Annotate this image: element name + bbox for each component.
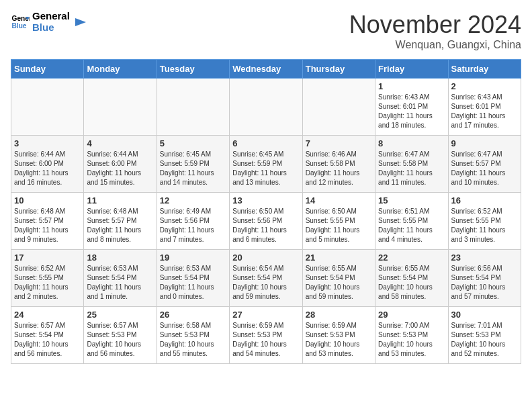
calendar-cell: 3Sunrise: 6:44 AM Sunset: 6:00 PM Daylig… [11, 136, 84, 193]
day-number: 20 [232, 253, 299, 263]
weekday-header-thursday: Thursday [302, 60, 375, 79]
calendar-cell: 18Sunrise: 6:53 AM Sunset: 5:54 PM Dayli… [84, 250, 157, 307]
day-info: Sunrise: 6:43 AM Sunset: 6:01 PM Dayligh… [378, 93, 445, 130]
day-info: Sunrise: 6:48 AM Sunset: 5:57 PM Dayligh… [14, 207, 81, 244]
day-info: Sunrise: 6:58 AM Sunset: 5:53 PM Dayligh… [160, 321, 226, 359]
day-info: Sunrise: 6:52 AM Sunset: 5:55 PM Dayligh… [14, 264, 81, 302]
day-number: 28 [306, 310, 372, 320]
week-row-1: 1Sunrise: 6:43 AM Sunset: 6:01 PM Daylig… [11, 79, 521, 136]
weekday-header-wednesday: Wednesday [230, 60, 302, 79]
calendar-cell: 21Sunrise: 6:55 AM Sunset: 5:54 PM Dayli… [302, 250, 375, 307]
calendar-cell: 9Sunrise: 6:47 AM Sunset: 5:57 PM Daylig… [448, 136, 521, 193]
day-number: 7 [306, 138, 372, 148]
day-number: 19 [160, 253, 226, 263]
calendar-cell [230, 79, 302, 136]
calendar-cell: 22Sunrise: 6:55 AM Sunset: 5:54 PM Dayli… [375, 250, 448, 307]
day-number: 4 [87, 138, 153, 148]
day-info: Sunrise: 6:59 AM Sunset: 5:53 PM Dayligh… [232, 321, 299, 359]
week-row-4: 17Sunrise: 6:52 AM Sunset: 5:55 PM Dayli… [11, 250, 521, 307]
week-row-5: 24Sunrise: 6:57 AM Sunset: 5:54 PM Dayli… [11, 307, 521, 364]
calendar-cell: 11Sunrise: 6:48 AM Sunset: 5:57 PM Dayli… [84, 193, 157, 250]
calendar-cell: 5Sunrise: 6:45 AM Sunset: 5:59 PM Daylig… [157, 136, 229, 193]
day-number: 27 [232, 310, 299, 320]
calendar-cell [157, 79, 229, 136]
day-number: 2 [451, 81, 518, 91]
calendar-cell: 29Sunrise: 7:00 AM Sunset: 5:53 PM Dayli… [375, 307, 448, 364]
day-info: Sunrise: 6:56 AM Sunset: 5:54 PM Dayligh… [451, 264, 518, 302]
day-number: 6 [232, 138, 299, 148]
calendar-cell: 25Sunrise: 6:57 AM Sunset: 5:53 PM Dayli… [84, 307, 157, 364]
day-info: Sunrise: 6:52 AM Sunset: 5:55 PM Dayligh… [451, 207, 518, 244]
title-block: November 2024 Wenquan, Guangxi, China [349, 11, 521, 51]
day-info: Sunrise: 6:55 AM Sunset: 5:54 PM Dayligh… [378, 264, 445, 302]
day-number: 25 [87, 310, 153, 320]
day-info: Sunrise: 6:47 AM Sunset: 5:57 PM Dayligh… [451, 150, 518, 187]
weekday-header-sunday: Sunday [11, 60, 84, 79]
calendar-cell: 17Sunrise: 6:52 AM Sunset: 5:55 PM Dayli… [11, 250, 84, 307]
day-number: 5 [160, 138, 226, 148]
day-info: Sunrise: 6:53 AM Sunset: 5:54 PM Dayligh… [160, 264, 226, 302]
weekday-header-tuesday: Tuesday [157, 60, 229, 79]
calendar-cell: 12Sunrise: 6:49 AM Sunset: 5:56 PM Dayli… [157, 193, 229, 250]
calendar-cell: 1Sunrise: 6:43 AM Sunset: 6:01 PM Daylig… [375, 79, 448, 136]
svg-text:Blue: Blue [12, 22, 27, 30]
day-number: 3 [14, 138, 81, 148]
day-info: Sunrise: 6:43 AM Sunset: 6:01 PM Dayligh… [451, 93, 518, 130]
day-info: Sunrise: 7:00 AM Sunset: 5:53 PM Dayligh… [378, 321, 445, 359]
calendar-cell [302, 79, 375, 136]
calendar-cell: 20Sunrise: 6:54 AM Sunset: 5:54 PM Dayli… [230, 250, 302, 307]
day-number: 24 [14, 310, 81, 320]
day-info: Sunrise: 6:50 AM Sunset: 5:56 PM Dayligh… [232, 207, 299, 244]
day-info: Sunrise: 6:46 AM Sunset: 5:58 PM Dayligh… [306, 150, 372, 187]
logo-icon: General Blue [11, 13, 30, 32]
day-number: 22 [378, 253, 445, 263]
day-number: 13 [232, 195, 299, 205]
day-info: Sunrise: 6:54 AM Sunset: 5:54 PM Dayligh… [232, 264, 299, 302]
calendar-cell: 8Sunrise: 6:47 AM Sunset: 5:58 PM Daylig… [375, 136, 448, 193]
day-info: Sunrise: 6:53 AM Sunset: 5:54 PM Dayligh… [87, 264, 153, 302]
calendar-cell: 4Sunrise: 6:44 AM Sunset: 6:00 PM Daylig… [84, 136, 157, 193]
location: Wenquan, Guangxi, China [349, 39, 521, 51]
day-number: 11 [87, 195, 153, 205]
day-info: Sunrise: 6:57 AM Sunset: 5:54 PM Dayligh… [14, 321, 81, 359]
day-info: Sunrise: 6:44 AM Sunset: 6:00 PM Dayligh… [87, 150, 153, 187]
day-number: 9 [451, 138, 518, 148]
calendar-cell: 19Sunrise: 6:53 AM Sunset: 5:54 PM Dayli… [157, 250, 229, 307]
weekday-header-friday: Friday [375, 60, 448, 79]
day-info: Sunrise: 7:01 AM Sunset: 5:53 PM Dayligh… [451, 321, 518, 359]
day-info: Sunrise: 6:47 AM Sunset: 5:58 PM Dayligh… [378, 150, 445, 187]
day-info: Sunrise: 6:45 AM Sunset: 5:59 PM Dayligh… [160, 150, 226, 187]
calendar-cell: 7Sunrise: 6:46 AM Sunset: 5:58 PM Daylig… [302, 136, 375, 193]
day-info: Sunrise: 6:49 AM Sunset: 5:56 PM Dayligh… [160, 207, 226, 244]
day-number: 8 [378, 138, 445, 148]
weekday-header-saturday: Saturday [448, 60, 521, 79]
calendar-cell: 28Sunrise: 6:59 AM Sunset: 5:53 PM Dayli… [302, 307, 375, 364]
day-number: 14 [306, 195, 372, 205]
day-number: 17 [14, 253, 81, 263]
day-number: 15 [378, 195, 445, 205]
calendar-cell: 15Sunrise: 6:51 AM Sunset: 5:55 PM Dayli… [375, 193, 448, 250]
day-number: 10 [14, 195, 81, 205]
weekday-header-row: SundayMondayTuesdayWednesdayThursdayFrid… [11, 60, 521, 79]
day-info: Sunrise: 6:48 AM Sunset: 5:57 PM Dayligh… [87, 207, 153, 244]
weekday-header-monday: Monday [84, 60, 157, 79]
day-number: 26 [160, 310, 226, 320]
calendar-cell: 13Sunrise: 6:50 AM Sunset: 5:56 PM Dayli… [230, 193, 302, 250]
day-number: 16 [451, 195, 518, 205]
day-info: Sunrise: 6:55 AM Sunset: 5:54 PM Dayligh… [306, 264, 372, 302]
day-info: Sunrise: 6:50 AM Sunset: 5:55 PM Dayligh… [306, 207, 372, 244]
calendar-cell: 6Sunrise: 6:45 AM Sunset: 5:59 PM Daylig… [230, 136, 302, 193]
week-row-2: 3Sunrise: 6:44 AM Sunset: 6:00 PM Daylig… [11, 136, 521, 193]
page-header: General Blue General Blue November 2024 … [11, 11, 521, 51]
day-number: 12 [160, 195, 226, 205]
calendar-cell: 30Sunrise: 7:01 AM Sunset: 5:53 PM Dayli… [448, 307, 521, 364]
day-number: 29 [378, 310, 445, 320]
day-number: 23 [451, 253, 518, 263]
logo-arrow-icon [73, 15, 86, 29]
calendar-cell: 23Sunrise: 6:56 AM Sunset: 5:54 PM Dayli… [448, 250, 521, 307]
day-number: 21 [306, 253, 372, 263]
week-row-3: 10Sunrise: 6:48 AM Sunset: 5:57 PM Dayli… [11, 193, 521, 250]
day-number: 30 [451, 310, 518, 320]
calendar-cell: 26Sunrise: 6:58 AM Sunset: 5:53 PM Dayli… [157, 307, 229, 364]
calendar-cell [11, 79, 84, 136]
